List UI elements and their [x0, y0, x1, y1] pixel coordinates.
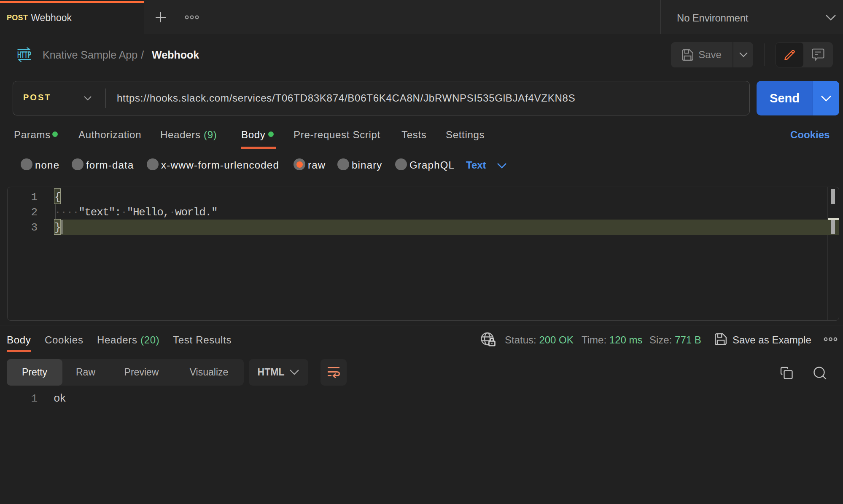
svg-text:HTTP: HTTP: [17, 49, 31, 60]
